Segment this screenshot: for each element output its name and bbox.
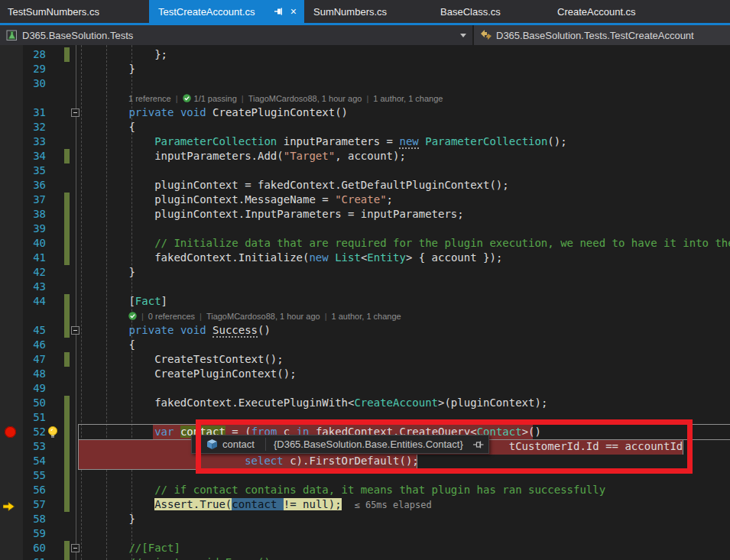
line-number[interactable]: 53 [23,439,46,454]
codelens-link[interactable]: 0 references [148,312,195,321]
code-line[interactable]: ParameterCollection inputParameters = ne… [77,134,567,149]
codelens-link[interactable]: TiagoMCardoso88, 1 hour ago [206,312,320,321]
change-tracking-bar [64,294,70,309]
codelens-indicator[interactable]: 1 reference|1/1 passing|TiagoMCardoso88,… [128,91,443,105]
change-tracking-bar [64,541,70,555]
line-number[interactable]: 29 [23,62,46,76]
line-number[interactable]: 37 [23,193,46,207]
tab-bar: TestSumNumbers.cs TestCreateAccount.cs ×… [0,0,730,23]
tab-sumnumbers[interactable]: SumNumbers.cs [304,0,404,23]
code-line[interactable]: private void CreatePluginContext() [77,105,348,120]
line-number[interactable]: 56 [23,483,46,497]
code-line[interactable]: pluginContext.InputParameters = inputPar… [77,207,464,222]
code-line[interactable]: CreatePluginContext(); [77,367,297,381]
breakpoint-icon[interactable] [5,426,16,438]
codelens-link[interactable]: TiagoMCardoso88, 1 hour ago [248,94,362,103]
line-number[interactable]: 42 [23,265,46,280]
code-line[interactable]: }; [77,47,167,62]
line-number[interactable]: 49 [23,381,46,396]
codelens-link[interactable] [128,312,137,320]
codelens-link[interactable]: 1 reference [128,94,171,103]
code-line[interactable]: pluginContext = fakedContext.GetDefaultP… [77,178,509,193]
line-number[interactable]: 50 [23,396,46,410]
code-token: private [128,324,174,336]
code-line[interactable]: // Initialize data that are required for… [77,236,730,251]
code-line[interactable]: } [77,62,135,76]
line-number[interactable]: 43 [23,280,46,294]
line-number[interactable]: 59 [23,526,46,541]
code-token: [ [77,295,135,307]
change-tracking-bar [64,251,70,265]
codelens-link[interactable]: 1 author, 1 change [332,312,401,321]
code-token: { [77,121,135,133]
code-line[interactable]: //private void Error() [77,555,271,560]
current-statement-arrow-icon [3,500,15,514]
line-number[interactable]: 36 [23,178,46,193]
tab-testsumnumbers[interactable]: TestSumNumbers.cs [0,0,149,23]
code-line[interactable]: fakedContext.Initialize(new List<Entity>… [77,251,502,265]
line-number[interactable]: 30 [23,76,46,91]
line-number[interactable]: 55 [23,468,46,483]
code-line[interactable]: } [77,512,135,526]
code-line[interactable]: pluginContext.MessageName = "Create"; [77,193,393,207]
line-number[interactable]: 31 [23,105,46,120]
pin-icon[interactable] [274,7,283,16]
line-number[interactable]: 44 [23,294,46,309]
lightbulb-suggestion-icon[interactable] [47,426,59,442]
line-number[interactable]: 48 [23,367,46,381]
line-number[interactable]: 28 [23,47,46,62]
line-number[interactable]: 38 [23,207,46,222]
line-number[interactable]: 33 [23,134,46,149]
line-number[interactable]: 39 [23,222,46,236]
code-line[interactable]: Assert.True(contact != null); ≤ 65ms ela… [77,497,432,512]
code-line[interactable]: private void Success() [77,323,271,338]
line-number[interactable]: 35 [23,163,46,178]
codelens-indicator[interactable]: |0 references|TiagoMCardoso88, 1 hour ag… [128,309,401,323]
code-line[interactable]: CreateTestContext(); [77,352,284,367]
tab-createaccount[interactable]: CreateAccount.cs [511,0,730,23]
code-line[interactable]: fakedContext.ExecutePluginWith<CreateAcc… [77,396,547,410]
line-number[interactable]: 58 [23,512,46,526]
project-dropdown[interactable]: D365.BaseSolution.Tests [0,25,472,45]
line-number[interactable]: 46 [23,338,46,352]
line-number[interactable]: 51 [23,410,46,425]
line-number[interactable]: 47 [23,352,46,367]
code-line[interactable]: { [77,338,135,352]
line-number[interactable]: 61 [23,555,46,560]
codelens-separator: | [366,94,368,103]
type-dropdown[interactable]: D365.BaseSolution.Tests.TestCreateAccoun… [474,25,730,45]
visual-studio-editor-window: TestSumNumbers.cs TestCreateAccount.cs ×… [0,0,730,560]
code-token: }; [77,48,167,60]
codelens-link[interactable]: 1/1 passing [183,94,237,103]
codelens-link[interactable]: 1 author, 1 change [373,94,443,103]
code-token [342,498,355,510]
line-number[interactable]: 45 [23,323,46,338]
codelens-text: 1 author, 1 change [332,312,401,321]
line-number[interactable]: 40 [23,236,46,251]
code-token [77,106,128,118]
codelens-text: TiagoMCardoso88, 1 hour ago [248,94,362,103]
line-number[interactable]: 60 [23,541,46,555]
tab-testcreateaccount[interactable]: TestCreateAccount.cs × [149,0,304,23]
code-line[interactable]: [Fact] [77,294,167,309]
code-token: Entity [367,251,406,264]
line-number[interactable]: 57 [23,497,46,512]
code-line[interactable]: { [77,120,135,134]
change-tracking-bar [64,483,70,497]
code-line[interactable]: inputParameters.Add("Target", account); [77,149,406,163]
code-token: ≤ 65ms elapsed [354,500,431,510]
change-tracking-bar [64,454,70,468]
line-number[interactable]: 34 [23,149,46,163]
code-token: { [77,338,135,351]
code-line[interactable]: // if contact contains data, it means th… [77,483,605,497]
close-icon[interactable]: × [290,6,297,17]
tab-baseclass[interactable]: BaseClass.cs [404,0,511,23]
code-line[interactable]: //[Fact] [77,541,180,555]
code-token: } [77,513,135,525]
breakpoint-margin[interactable] [0,45,23,560]
line-number[interactable]: 52 [23,425,46,439]
line-number[interactable]: 32 [23,120,46,134]
code-line[interactable]: } [77,265,135,280]
line-number[interactable]: 54 [23,454,46,468]
line-number[interactable]: 41 [23,251,46,265]
